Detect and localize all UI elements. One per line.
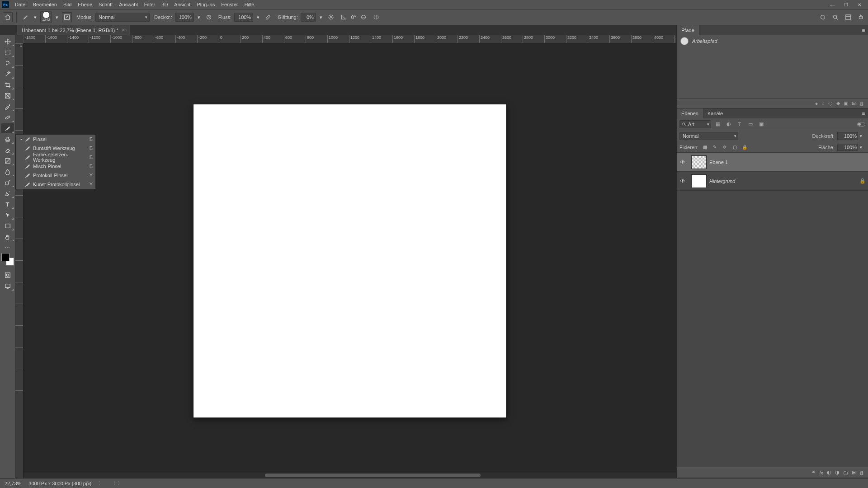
menu-item-datei[interactable]: Datei — [12, 0, 30, 9]
new-group-button[interactable]: 🗀 — [843, 470, 848, 475]
workspace-switcher[interactable] — [844, 13, 853, 22]
delete-layer-button[interactable]: 🗑 — [859, 470, 864, 475]
layer-filter-select[interactable]: Art — [679, 120, 711, 128]
angle-field[interactable]: 0° — [351, 14, 356, 20]
brush-settings-button[interactable] — [62, 12, 72, 22]
menu-item-bild[interactable]: Bild — [60, 0, 75, 9]
share-button[interactable] — [856, 13, 865, 22]
search-button[interactable] — [831, 13, 840, 22]
status-next[interactable]: 〉 — [118, 480, 123, 487]
paths-panel-menu[interactable]: ≡ — [859, 25, 868, 35]
new-adjustment-button[interactable]: ◑ — [835, 469, 840, 475]
canvas-area[interactable] — [24, 43, 676, 478]
ruler-origin[interactable] — [15, 35, 24, 43]
document-tab[interactable]: Unbenannt-1 bei 22,7% (Ebene 1, RGB/8) *… — [17, 25, 130, 35]
layer-blend-select[interactable]: Normal — [679, 132, 738, 140]
smoothing-dropdown[interactable]: ▾ — [319, 14, 323, 20]
foreground-color-swatch[interactable] — [1, 253, 9, 261]
frame-tool[interactable] — [1, 91, 14, 101]
window-maximize-button[interactable]: ☐ — [839, 0, 853, 9]
lock-pixels-button[interactable]: ✎ — [711, 144, 718, 151]
lock-position-button[interactable]: ✥ — [721, 144, 728, 151]
layer-row[interactable]: 👁Hintergrund🔒 — [677, 172, 868, 191]
horizontal-scrollbar[interactable] — [24, 473, 676, 478]
flyout-item[interactable]: •PinselB — [16, 135, 95, 144]
menu-item-bearbeiten[interactable]: Bearbeiten — [30, 0, 60, 9]
vertical-ruler[interactable]: 0 — [15, 43, 24, 478]
quickmask-toggle[interactable] — [1, 270, 14, 280]
horizontal-ruler[interactable]: -1800-1600-1400-1200-1000-800-600-400-20… — [24, 35, 676, 43]
path-item[interactable]: Arbeitspfad — [677, 35, 868, 47]
doc-info-dropdown[interactable]: 〉 — [99, 480, 104, 487]
lock-transparent-button[interactable]: ▩ — [701, 144, 708, 151]
path-mask-button[interactable]: ◆ — [836, 100, 840, 106]
menu-item-schrift[interactable]: Schrift — [95, 0, 116, 9]
window-close-button[interactable]: ✕ — [853, 0, 866, 9]
brush-preset-dropdown[interactable]: ▾ — [55, 14, 59, 20]
menu-item-filter[interactable]: Filter — [141, 0, 158, 9]
screenmode-toggle[interactable] — [1, 281, 14, 291]
window-minimize-button[interactable]: — — [826, 0, 839, 9]
layer-thumbnail[interactable] — [691, 155, 707, 169]
layer-opacity-field[interactable]: 100% — [837, 132, 858, 140]
marquee-tool[interactable] — [1, 47, 14, 57]
menu-item-plug-ins[interactable]: Plug-ins — [193, 0, 218, 9]
home-button[interactable] — [3, 12, 13, 22]
flyout-item[interactable]: Misch-PinselB — [16, 162, 95, 171]
menu-item-ansicht[interactable]: Ansicht — [171, 0, 193, 9]
filter-shape-button[interactable]: ▭ — [746, 120, 755, 128]
menu-item-ebene[interactable]: Ebene — [75, 0, 95, 9]
tab-channels[interactable]: Kanäle — [703, 108, 727, 118]
filter-adjust-button[interactable]: ◐ — [725, 120, 733, 128]
path-to-selection-button[interactable]: ◌ — [828, 100, 833, 106]
close-tab-button[interactable]: ✕ — [122, 28, 125, 33]
hand-tool[interactable] — [1, 232, 14, 242]
smoothing-options-button[interactable] — [326, 12, 336, 22]
blur-tool[interactable] — [1, 167, 14, 177]
cloud-docs-button[interactable] — [818, 13, 827, 22]
gradient-tool[interactable] — [1, 156, 14, 166]
new-layer-button[interactable]: ⊞ — [852, 469, 856, 475]
lock-all-button[interactable]: 🔒 — [741, 144, 748, 151]
add-mask-button[interactable]: ◐ — [827, 469, 831, 475]
filter-pixel-button[interactable]: ▦ — [714, 120, 722, 128]
lasso-tool[interactable] — [1, 58, 14, 68]
filter-type-button[interactable]: T — [736, 120, 744, 128]
brush-tool[interactable] — [1, 123, 14, 133]
crop-tool[interactable] — [1, 80, 14, 90]
lock-artboard-button[interactable]: ▢ — [731, 144, 738, 151]
layers-panel-menu[interactable]: ≡ — [859, 108, 868, 118]
scroll-thumb[interactable] — [265, 474, 481, 477]
eyedropper-tool[interactable] — [1, 102, 14, 112]
edit-toolbar-button[interactable]: ⋯ — [5, 244, 11, 250]
flyout-item[interactable]: Kunst-ProtokollpinselY — [16, 180, 95, 189]
status-prev[interactable]: 〈 — [111, 480, 116, 487]
pen-tool[interactable] — [1, 188, 14, 198]
filter-smart-button[interactable]: ▣ — [757, 120, 765, 128]
airbrush-toggle[interactable] — [263, 12, 273, 22]
tab-paths[interactable]: Pfade — [677, 25, 699, 35]
layer-fx-button[interactable]: fx — [819, 470, 823, 475]
stamp-tool[interactable] — [1, 134, 14, 144]
layer-visibility-toggle[interactable]: 👁 — [677, 178, 689, 184]
symmetry-button[interactable] — [371, 12, 381, 22]
opacity-field[interactable]: 100% — [175, 13, 194, 22]
menu-item-hilfe[interactable]: Hilfe — [241, 0, 257, 9]
filter-toggle[interactable] — [857, 122, 865, 127]
tab-layers[interactable]: Ebenen — [677, 108, 703, 118]
opacity-pressure-toggle[interactable] — [204, 12, 214, 22]
canvas[interactable] — [193, 104, 506, 418]
opacity-dropdown[interactable]: ▾ — [197, 14, 201, 20]
flyout-item[interactable]: Farbe-ersetzen-WerkzeugB — [16, 153, 95, 162]
smoothing-field[interactable]: 0% — [301, 13, 316, 22]
layer-row[interactable]: 👁Ebene 1 — [677, 153, 868, 172]
size-pressure-toggle[interactable] — [359, 12, 368, 22]
brush-preset-picker[interactable]: 1242 — [40, 11, 52, 23]
link-layers-button[interactable]: ⚭ — [811, 469, 816, 475]
zoom-readout[interactable]: 22,73% — [5, 481, 21, 486]
add-mask-button[interactable]: ▣ — [844, 100, 848, 106]
tool-preset-dropdown[interactable]: ▾ — [33, 14, 38, 20]
layer-name[interactable]: Ebene 1 — [709, 160, 857, 165]
flyout-item[interactable]: Buntstift-WerkzeugB — [16, 144, 95, 153]
type-tool[interactable]: T — [1, 199, 14, 209]
